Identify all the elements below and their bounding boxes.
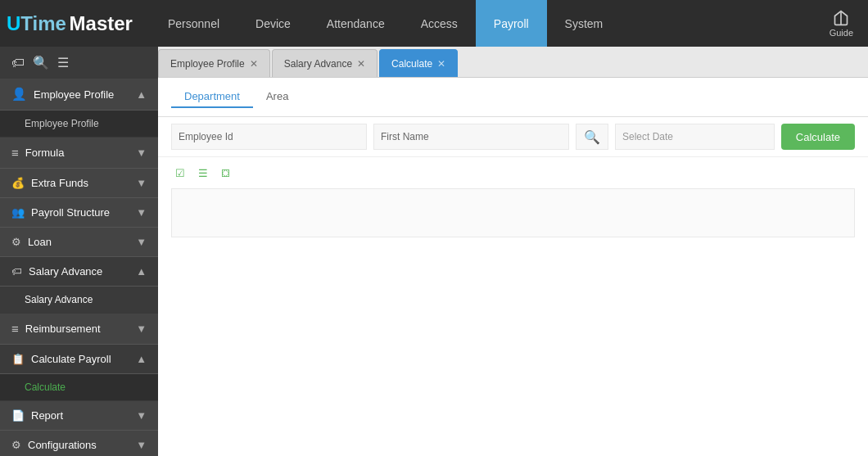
nav-payroll[interactable]: Payroll [476, 0, 547, 47]
formula-label: Formula [25, 147, 65, 159]
sidebar-item-calculate[interactable]: Calculate [0, 374, 158, 401]
tab-employee-profile-close[interactable]: ✕ [250, 59, 258, 69]
sidebar-section-salary-advance[interactable]: 🏷 Salary Advance ▲ [0, 257, 158, 287]
sidebar-section-reimbursement[interactable]: ≡ Reimbursement ▼ [0, 314, 158, 345]
formula-icon: ≡ [11, 146, 19, 160]
reimbursement-label: Reimbursement [25, 323, 101, 335]
first-name-label: First Name [381, 131, 429, 142]
search-col[interactable]: 🔍 [576, 124, 608, 150]
chevron-down-icon-formula: ▼ [136, 147, 147, 159]
data-area: ☑ ☰ ⛋ [158, 157, 868, 456]
chevron-down-icon-reimburse: ▼ [136, 323, 147, 335]
chevron-up-icon: ▲ [136, 88, 147, 101]
top-nav: U Time Master Personnel Device Attendanc… [0, 0, 868, 47]
extra-funds-label: Extra Funds [31, 177, 88, 189]
filter-bar: Department Area [158, 78, 868, 117]
tab-calculate[interactable]: Calculate ✕ [379, 49, 458, 77]
configurations-label: Configurations [28, 439, 97, 451]
chevron-up-icon-calculate: ▲ [136, 353, 147, 365]
empty-table [171, 188, 855, 237]
salary-advance-label: Salary Advance [29, 265, 102, 278]
sidebar-section-calculate-payroll[interactable]: 📋 Calculate Payroll ▲ [0, 345, 158, 374]
data-icons: ☑ ☰ ⛋ [171, 164, 855, 182]
employee-profile-icon: 👤 [11, 87, 27, 102]
calculate-payroll-icon: 📋 [11, 353, 25, 365]
logo-u: U [7, 12, 20, 35]
report-label: Report [31, 409, 63, 422]
filter-tab-department[interactable]: Department [171, 86, 253, 108]
chevron-down-icon-loan: ▼ [136, 236, 147, 248]
sidebar-section-formula[interactable]: ≡ Formula ▼ [0, 138, 158, 169]
filter-tabs: Department Area [171, 86, 301, 108]
loan-label: Loan [28, 236, 52, 248]
logo: U Time Master [7, 12, 133, 35]
employee-id-label: Employee Id [179, 131, 233, 142]
extra-funds-icon: 💰 [11, 177, 25, 189]
sidebar: 🏷 🔍 ☰ 👤 Employee Profile ▲ Employee Prof… [0, 47, 158, 456]
payroll-structure-icon: 👥 [11, 206, 25, 219]
nav-device[interactable]: Device [237, 0, 309, 47]
tabs-bar: Employee Profile ✕ Salary Advance ✕ Calc… [158, 47, 868, 78]
tab-salary-advance-close[interactable]: ✕ [357, 59, 365, 69]
nav-personnel[interactable]: Personnel [150, 0, 237, 47]
main-layout: 🏷 🔍 ☰ 👤 Employee Profile ▲ Employee Prof… [0, 47, 868, 456]
report-icon: 📄 [11, 409, 25, 422]
sidebar-section-report[interactable]: 📄 Report ▼ [0, 401, 158, 431]
loan-icon: ⚙ [11, 236, 21, 248]
chevron-down-icon-payroll: ▼ [136, 206, 147, 219]
nav-guide[interactable]: Guide [821, 10, 861, 38]
menu-icon[interactable]: ☰ [57, 55, 69, 70]
chevron-down-icon-config: ▼ [136, 439, 147, 451]
sidebar-section-payroll-structure[interactable]: 👥 Payroll Structure ▼ [0, 198, 158, 228]
tab-calculate-close[interactable]: ✕ [437, 59, 445, 69]
nav-access[interactable]: Access [403, 0, 476, 47]
calculate-payroll-label: Calculate Payroll [31, 353, 111, 365]
select-date-col[interactable]: Select Date [615, 124, 775, 150]
chevron-down-icon-extra: ▼ [136, 177, 147, 189]
payroll-structure-label: Payroll Structure [31, 206, 110, 219]
sidebar-section-employee-profile[interactable]: 👤 Employee Profile ▲ [0, 79, 158, 111]
employee-profile-label: Employee Profile [34, 88, 114, 101]
filter-tab-area[interactable]: Area [253, 86, 301, 108]
sidebar-section-configurations[interactable]: ⚙ Configurations ▼ [0, 431, 158, 456]
tab-calculate-label: Calculate [391, 58, 432, 70]
sidebar-item-employee-profile[interactable]: Employee Profile [0, 111, 158, 138]
tab-salary-advance[interactable]: Salary Advance ✕ [272, 49, 377, 77]
list-view-icon[interactable]: ☰ [194, 164, 212, 182]
chevron-down-icon-report: ▼ [136, 409, 147, 422]
calculate-button[interactable]: Calculate [781, 124, 855, 150]
tab-salary-advance-label: Salary Advance [284, 58, 352, 70]
sidebar-item-salary-advance[interactable]: Salary Advance [0, 287, 158, 314]
tab-employee-profile[interactable]: Employee Profile ✕ [158, 49, 270, 77]
logo-time: Time [20, 12, 66, 35]
select-date-label: Select Date [622, 131, 673, 142]
nav-items: Personnel Device Attendance Access Payro… [150, 0, 821, 47]
tab-employee-profile-label: Employee Profile [170, 58, 245, 70]
sidebar-section-loan[interactable]: ⚙ Loan ▼ [0, 228, 158, 257]
configurations-icon: ⚙ [11, 439, 21, 451]
tree-view-icon[interactable]: ⛋ [217, 164, 235, 182]
chevron-up-icon-salary: ▲ [136, 265, 147, 278]
logo-master: Master [70, 12, 133, 35]
sidebar-section-extra-funds[interactable]: 💰 Extra Funds ▼ [0, 169, 158, 198]
sidebar-toolbar: 🏷 🔍 ☰ [0, 47, 158, 79]
search-magnify-icon[interactable]: 🔍 [584, 129, 600, 145]
tag-icon[interactable]: 🏷 [11, 56, 25, 70]
table-header: Employee Id First Name 🔍 Select Date Cal… [158, 117, 868, 157]
salary-advance-icon: 🏷 [11, 265, 22, 278]
guide-label: Guide [830, 28, 853, 38]
nav-system[interactable]: System [547, 0, 622, 47]
check-icon[interactable]: ☑ [171, 164, 189, 182]
employee-id-col: Employee Id [171, 124, 367, 150]
content-area: Employee Profile ✕ Salary Advance ✕ Calc… [158, 47, 868, 456]
reimbursement-icon: ≡ [11, 322, 19, 336]
first-name-col: First Name [373, 124, 569, 150]
search-icon[interactable]: 🔍 [33, 55, 49, 70]
nav-attendance[interactable]: Attendance [309, 0, 403, 47]
